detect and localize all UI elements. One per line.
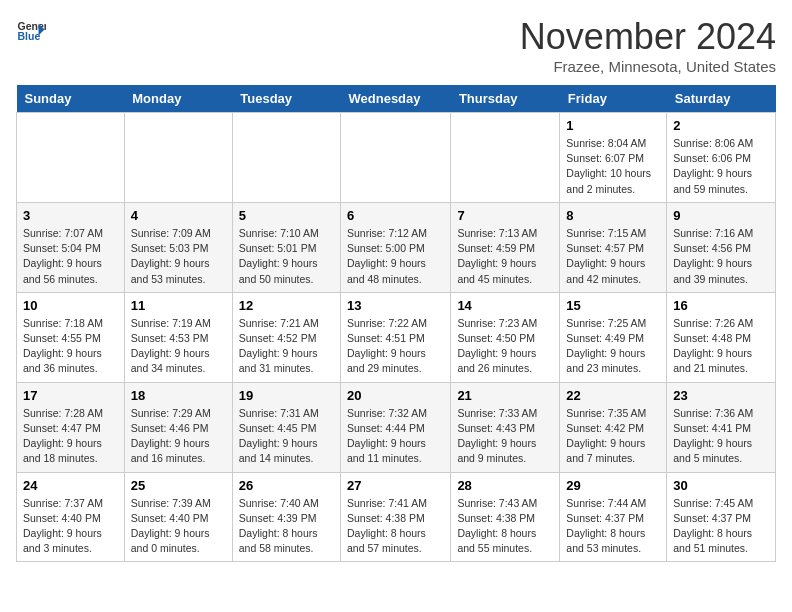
weekday-header: Monday (124, 85, 232, 113)
day-info: Sunrise: 7:23 AM Sunset: 4:50 PM Dayligh… (457, 316, 553, 377)
calendar-cell: 10Sunrise: 7:18 AM Sunset: 4:55 PM Dayli… (17, 292, 125, 382)
calendar-cell (232, 113, 340, 203)
day-info: Sunrise: 7:29 AM Sunset: 4:46 PM Dayligh… (131, 406, 226, 467)
calendar-week-row: 24Sunrise: 7:37 AM Sunset: 4:40 PM Dayli… (17, 472, 776, 562)
calendar-week-row: 3Sunrise: 7:07 AM Sunset: 5:04 PM Daylig… (17, 202, 776, 292)
calendar-cell: 2Sunrise: 8:06 AM Sunset: 6:06 PM Daylig… (667, 113, 776, 203)
day-number: 6 (347, 208, 444, 223)
calendar-week-row: 10Sunrise: 7:18 AM Sunset: 4:55 PM Dayli… (17, 292, 776, 382)
day-info: Sunrise: 7:45 AM Sunset: 4:37 PM Dayligh… (673, 496, 769, 557)
day-info: Sunrise: 7:15 AM Sunset: 4:57 PM Dayligh… (566, 226, 660, 287)
logo-icon: General Blue (16, 16, 46, 46)
calendar-cell: 29Sunrise: 7:44 AM Sunset: 4:37 PM Dayli… (560, 472, 667, 562)
calendar-cell: 25Sunrise: 7:39 AM Sunset: 4:40 PM Dayli… (124, 472, 232, 562)
calendar-cell: 20Sunrise: 7:32 AM Sunset: 4:44 PM Dayli… (341, 382, 451, 472)
day-info: Sunrise: 7:25 AM Sunset: 4:49 PM Dayligh… (566, 316, 660, 377)
day-number: 17 (23, 388, 118, 403)
calendar-table: SundayMondayTuesdayWednesdayThursdayFrid… (16, 85, 776, 562)
calendar-cell: 22Sunrise: 7:35 AM Sunset: 4:42 PM Dayli… (560, 382, 667, 472)
day-number: 18 (131, 388, 226, 403)
calendar-cell: 9Sunrise: 7:16 AM Sunset: 4:56 PM Daylig… (667, 202, 776, 292)
calendar-cell: 24Sunrise: 7:37 AM Sunset: 4:40 PM Dayli… (17, 472, 125, 562)
day-number: 5 (239, 208, 334, 223)
day-info: Sunrise: 7:22 AM Sunset: 4:51 PM Dayligh… (347, 316, 444, 377)
calendar-cell: 15Sunrise: 7:25 AM Sunset: 4:49 PM Dayli… (560, 292, 667, 382)
day-info: Sunrise: 7:07 AM Sunset: 5:04 PM Dayligh… (23, 226, 118, 287)
calendar-cell: 7Sunrise: 7:13 AM Sunset: 4:59 PM Daylig… (451, 202, 560, 292)
calendar-cell: 8Sunrise: 7:15 AM Sunset: 4:57 PM Daylig… (560, 202, 667, 292)
calendar-cell: 17Sunrise: 7:28 AM Sunset: 4:47 PM Dayli… (17, 382, 125, 472)
weekday-header: Tuesday (232, 85, 340, 113)
day-info: Sunrise: 7:13 AM Sunset: 4:59 PM Dayligh… (457, 226, 553, 287)
day-info: Sunrise: 7:43 AM Sunset: 4:38 PM Dayligh… (457, 496, 553, 557)
weekday-header-row: SundayMondayTuesdayWednesdayThursdayFrid… (17, 85, 776, 113)
calendar-cell: 30Sunrise: 7:45 AM Sunset: 4:37 PM Dayli… (667, 472, 776, 562)
day-info: Sunrise: 7:35 AM Sunset: 4:42 PM Dayligh… (566, 406, 660, 467)
calendar-cell: 16Sunrise: 7:26 AM Sunset: 4:48 PM Dayli… (667, 292, 776, 382)
calendar-cell (451, 113, 560, 203)
day-number: 27 (347, 478, 444, 493)
day-info: Sunrise: 7:44 AM Sunset: 4:37 PM Dayligh… (566, 496, 660, 557)
day-number: 2 (673, 118, 769, 133)
calendar-week-row: 1Sunrise: 8:04 AM Sunset: 6:07 PM Daylig… (17, 113, 776, 203)
day-info: Sunrise: 7:28 AM Sunset: 4:47 PM Dayligh… (23, 406, 118, 467)
weekday-header: Sunday (17, 85, 125, 113)
day-info: Sunrise: 7:31 AM Sunset: 4:45 PM Dayligh… (239, 406, 334, 467)
day-info: Sunrise: 7:36 AM Sunset: 4:41 PM Dayligh… (673, 406, 769, 467)
day-number: 21 (457, 388, 553, 403)
day-number: 19 (239, 388, 334, 403)
calendar-cell: 23Sunrise: 7:36 AM Sunset: 4:41 PM Dayli… (667, 382, 776, 472)
calendar-cell: 1Sunrise: 8:04 AM Sunset: 6:07 PM Daylig… (560, 113, 667, 203)
day-info: Sunrise: 7:37 AM Sunset: 4:40 PM Dayligh… (23, 496, 118, 557)
day-info: Sunrise: 8:06 AM Sunset: 6:06 PM Dayligh… (673, 136, 769, 197)
logo: General Blue (16, 16, 46, 46)
calendar-week-row: 17Sunrise: 7:28 AM Sunset: 4:47 PM Dayli… (17, 382, 776, 472)
day-number: 22 (566, 388, 660, 403)
day-number: 16 (673, 298, 769, 313)
day-number: 13 (347, 298, 444, 313)
day-info: Sunrise: 7:41 AM Sunset: 4:38 PM Dayligh… (347, 496, 444, 557)
weekday-header: Wednesday (341, 85, 451, 113)
weekday-header: Saturday (667, 85, 776, 113)
header: General Blue November 2024 Frazee, Minne… (16, 16, 776, 75)
day-number: 1 (566, 118, 660, 133)
calendar-cell: 11Sunrise: 7:19 AM Sunset: 4:53 PM Dayli… (124, 292, 232, 382)
svg-text:Blue: Blue (18, 30, 41, 42)
day-number: 3 (23, 208, 118, 223)
day-info: Sunrise: 7:40 AM Sunset: 4:39 PM Dayligh… (239, 496, 334, 557)
day-info: Sunrise: 8:04 AM Sunset: 6:07 PM Dayligh… (566, 136, 660, 197)
calendar-cell: 19Sunrise: 7:31 AM Sunset: 4:45 PM Dayli… (232, 382, 340, 472)
day-info: Sunrise: 7:16 AM Sunset: 4:56 PM Dayligh… (673, 226, 769, 287)
weekday-header: Thursday (451, 85, 560, 113)
day-info: Sunrise: 7:12 AM Sunset: 5:00 PM Dayligh… (347, 226, 444, 287)
calendar-cell (17, 113, 125, 203)
day-number: 12 (239, 298, 334, 313)
calendar-cell: 5Sunrise: 7:10 AM Sunset: 5:01 PM Daylig… (232, 202, 340, 292)
day-number: 8 (566, 208, 660, 223)
month-title: November 2024 (520, 16, 776, 58)
day-info: Sunrise: 7:21 AM Sunset: 4:52 PM Dayligh… (239, 316, 334, 377)
calendar-cell: 6Sunrise: 7:12 AM Sunset: 5:00 PM Daylig… (341, 202, 451, 292)
day-number: 10 (23, 298, 118, 313)
day-number: 15 (566, 298, 660, 313)
day-number: 24 (23, 478, 118, 493)
location-subtitle: Frazee, Minnesota, United States (520, 58, 776, 75)
calendar-cell: 27Sunrise: 7:41 AM Sunset: 4:38 PM Dayli… (341, 472, 451, 562)
day-number: 23 (673, 388, 769, 403)
calendar-cell: 26Sunrise: 7:40 AM Sunset: 4:39 PM Dayli… (232, 472, 340, 562)
day-number: 7 (457, 208, 553, 223)
calendar-cell: 13Sunrise: 7:22 AM Sunset: 4:51 PM Dayli… (341, 292, 451, 382)
calendar-cell: 18Sunrise: 7:29 AM Sunset: 4:46 PM Dayli… (124, 382, 232, 472)
day-info: Sunrise: 7:09 AM Sunset: 5:03 PM Dayligh… (131, 226, 226, 287)
calendar-cell (124, 113, 232, 203)
day-number: 20 (347, 388, 444, 403)
day-number: 4 (131, 208, 226, 223)
day-number: 25 (131, 478, 226, 493)
day-number: 30 (673, 478, 769, 493)
title-area: November 2024 Frazee, Minnesota, United … (520, 16, 776, 75)
day-info: Sunrise: 7:32 AM Sunset: 4:44 PM Dayligh… (347, 406, 444, 467)
day-number: 28 (457, 478, 553, 493)
day-number: 11 (131, 298, 226, 313)
day-info: Sunrise: 7:39 AM Sunset: 4:40 PM Dayligh… (131, 496, 226, 557)
weekday-header: Friday (560, 85, 667, 113)
